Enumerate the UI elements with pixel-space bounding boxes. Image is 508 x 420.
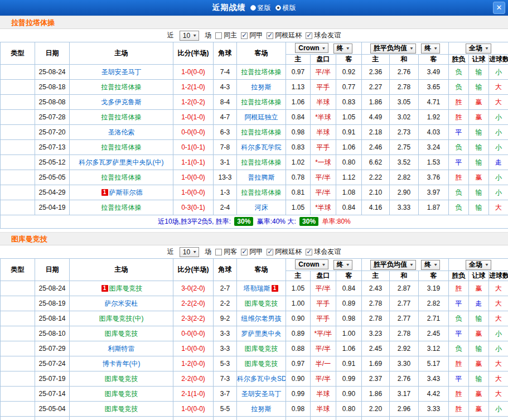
home-team-link[interactable]: 图库曼竞技 [109, 284, 143, 292]
home-team-link[interactable]: 拉普拉塔体操 [101, 204, 142, 211]
score-cell: 1-0(0-0) [173, 402, 214, 417]
match-row: 阿甲25-07-20圣洛伦索0-0(0-0)6-3拉普拉塔体操0.98半球0.9… [1, 125, 508, 140]
home-team-cell: 戈多伊克鲁斯 [70, 95, 173, 110]
recent-count-select[interactable]: 10▼ [180, 31, 199, 41]
full-select[interactable]: 全场▼ [466, 260, 491, 270]
outcome-cell: 负 [449, 341, 469, 356]
away-team-link[interactable]: 罗萨里奥中央 [241, 330, 282, 337]
same-venue-filter[interactable]: 同客 [215, 247, 237, 257]
section-team-name: 图库曼竞技 [11, 235, 47, 243]
home-team-link[interactable]: 萨斯菲尔德 [109, 189, 143, 196]
mean-stage-select[interactable]: 终▼ [421, 260, 440, 270]
home-team-link[interactable]: 图库曼竞技 [105, 330, 138, 337]
league-filter[interactable]: ✓球会友谊 [306, 247, 341, 257]
home-team-link[interactable]: 圣洛伦索 [108, 128, 135, 136]
home-team-link[interactable]: 图库曼竞技 [105, 375, 138, 383]
layout-vertical-option[interactable]: 竖版 [250, 3, 271, 13]
away-team-link[interactable]: 拉普拉塔体操 [241, 189, 282, 196]
league-cell: 阿甲 [1, 200, 35, 215]
home-team-link[interactable]: 萨尔米安杜 [105, 300, 138, 307]
handicap-cell: 平手 [311, 140, 336, 155]
home-team-link[interactable]: 拉普拉塔体操 [101, 173, 142, 181]
away-team-link[interactable]: 普拉腾斯 [248, 173, 275, 181]
recent-count-select[interactable]: 10▼ [180, 247, 199, 257]
bookmaker-select[interactable]: Crown▼ [295, 43, 328, 53]
mean-home-cell: 2.10 [362, 185, 390, 200]
away-team-link[interactable]: 拉普拉塔体操 [241, 128, 282, 136]
big-rate-badge: 30% [299, 217, 318, 226]
goals-result-cell: 大 [489, 371, 508, 387]
away-team-link[interactable]: 纽维尔老男孩 [241, 315, 282, 322]
mean-stage-select[interactable]: 终▼ [421, 44, 440, 54]
home-team-link[interactable]: 图库曼竞技 [105, 405, 138, 413]
bookmaker-select[interactable]: Crown▼ [295, 259, 328, 269]
handicap-result-cell: 输 [469, 155, 489, 170]
away-team-link[interactable]: 科尔多瓦中央SDE [237, 375, 286, 383]
corner-cell: 5-5 [214, 402, 237, 417]
layout-horizontal-option[interactable]: 横版 [275, 3, 296, 13]
home-team-link[interactable]: 拉普拉塔体操 [101, 113, 142, 121]
goals-result-cell: 小 [489, 417, 508, 420]
odds-stage-select[interactable]: 终▼ [333, 260, 352, 270]
col-handicap: 盘口 [311, 55, 336, 65]
handicap-result-cell: 输 [469, 371, 489, 387]
away-team-cell: 科尔多瓦学院 [237, 140, 286, 155]
odds-stage-select[interactable]: 终▼ [333, 44, 352, 54]
home-team-link[interactable]: 图库曼竞技(中) [99, 315, 144, 322]
home-team-link[interactable]: 戈多伊克鲁斯 [101, 98, 142, 106]
same-venue-label: 同主 [224, 31, 237, 40]
mean-select[interactable]: 胜平负均值▼ [370, 44, 416, 54]
close-button[interactable]: ✕ [493, 2, 505, 14]
outcome-cell: 负 [449, 140, 469, 155]
away-team-link[interactable]: 拉普拉塔体操 [241, 158, 282, 166]
away-team-link[interactable]: 图库曼竞技 [245, 300, 278, 307]
league-filter[interactable]: ✓阿根廷杯 [267, 31, 302, 40]
away-team-link[interactable]: 拉努斯 [251, 83, 272, 91]
match-row: 阿甲25-04-19拉普拉塔体操0-3(0-1)2-4河床1.05*半球0.84… [1, 200, 508, 215]
league-filter[interactable]: ✓阿甲 [241, 247, 263, 257]
mean-draw-cell: 2.77 [390, 311, 419, 326]
corner-cell: 7-4 [214, 65, 237, 80]
league-filter[interactable]: ✓球会友谊 [306, 31, 341, 40]
odds-home-cell: 0.89 [286, 326, 311, 341]
away-team-link[interactable]: 圣胡安圣马丁 [241, 390, 282, 398]
away-team-link[interactable]: 河床 [255, 204, 268, 211]
handicap-result-cell: 输 [469, 140, 489, 155]
full-select[interactable]: 全场▼ [466, 44, 491, 54]
away-team-link[interactable]: 图库曼竞技 [245, 345, 278, 353]
mean-draw-cell: 2.75 [390, 140, 419, 155]
mean-away-cell: 3.24 [419, 140, 449, 155]
date-cell: 25-07-20 [35, 125, 70, 140]
goals-result-cell: 小 [489, 125, 508, 140]
home-team-link[interactable]: 科尔多瓦罗萨里奥中央队(中) [79, 158, 164, 166]
mean-draw-cell: 2.96 [390, 402, 419, 417]
away-team-link[interactable]: 塔勒瑞斯 [244, 284, 270, 292]
home-team-link[interactable]: 拉普拉塔体操 [101, 83, 142, 91]
home-team-link[interactable]: 圣胡安圣马丁 [101, 68, 142, 76]
match-row: 阿甲25-07-19图库曼竞技2-2(0-0)7-3科尔多瓦中央SDE0.90平… [1, 371, 508, 387]
handicap-result-cell: 输 [469, 185, 489, 200]
home-team-link[interactable]: 图库曼竞技 [105, 390, 138, 398]
league-filter[interactable]: ✓阿甲 [241, 31, 263, 40]
home-team-link[interactable]: 拉普拉塔体操 [101, 143, 142, 151]
home-team-cell: 图库曼竞技 [70, 387, 173, 402]
away-team-link[interactable]: 拉普拉塔体操 [241, 98, 282, 106]
same-venue-filter[interactable]: 同主 [215, 31, 237, 40]
window-title: 近期战绩 [212, 3, 246, 13]
away-team-link[interactable]: 阿根廷独立 [245, 113, 278, 121]
home-team-link[interactable]: 博卡青年(中) [103, 360, 141, 368]
away-team-link[interactable]: 图库曼竞技 [245, 360, 278, 368]
mean-select[interactable]: 胜平负均值▼ [370, 260, 416, 270]
home-team-link[interactable]: 利斯特雷 [108, 345, 135, 353]
match-row: 阿根廷杯25-08-14图库曼竞技(中)2-3(2-2)9-2纽维尔老男孩0.9… [1, 311, 508, 326]
away-team-link[interactable]: 拉努斯 [251, 405, 272, 413]
match-row: 阿甲25-08-24圣胡安圣马丁1-0(0-0)7-4拉普拉塔体操0.97平/半… [1, 65, 508, 80]
away-team-link[interactable]: 拉普拉塔体操 [241, 68, 282, 76]
col-mean-draw: 和 [390, 271, 419, 281]
away-team-link[interactable]: 科尔多瓦学院 [241, 143, 282, 151]
away-team-cell: 图库曼竞技 [237, 341, 286, 356]
mean-group-header: 胜平负均值▼ 终▼ [362, 42, 449, 55]
league-filter[interactable]: ✓阿根廷杯 [267, 247, 302, 257]
away-team-cell: 科尔多瓦中央SDE [237, 371, 286, 387]
odds-away-cell: 1.06 [336, 341, 362, 356]
